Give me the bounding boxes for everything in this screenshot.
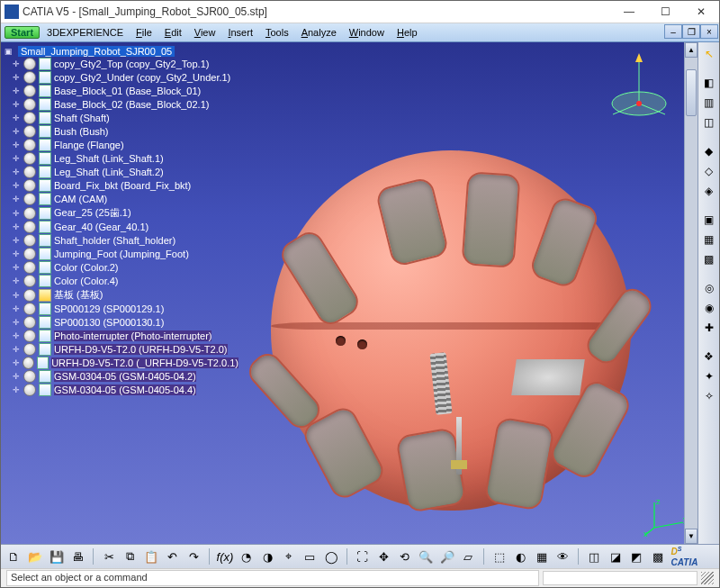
expander-icon[interactable]: ✛ bbox=[12, 127, 21, 136]
tree-item-label[interactable]: Board_Fix_bkt (Board_Fix_bkt) bbox=[54, 180, 191, 191]
tool-icon-7[interactable]: ▣ bbox=[701, 212, 717, 228]
tree-item[interactable]: ✛Jumping_Foot (Jumping_Foot) bbox=[4, 248, 238, 260]
expander-icon[interactable]: ✛ bbox=[12, 385, 21, 394]
tool-b1[interactable]: ◔ bbox=[238, 548, 255, 565]
expander-icon[interactable]: ✛ bbox=[12, 86, 21, 95]
expander-icon[interactable]: ✛ bbox=[12, 249, 21, 258]
tool-icon-11[interactable]: ◉ bbox=[701, 300, 717, 316]
tool-icon-13[interactable]: ❖ bbox=[701, 348, 717, 365]
tree-item-label[interactable]: 基板 (基板) bbox=[54, 288, 103, 302]
normal-view-icon[interactable]: ▱ bbox=[461, 548, 477, 565]
menu-analyze[interactable]: Analyze bbox=[296, 26, 342, 39]
tree-item[interactable]: ✛Leg_Shaft (Link_Shaft.2) bbox=[4, 166, 238, 178]
tool-b10[interactable]: ◫ bbox=[586, 548, 602, 565]
cut-icon[interactable]: ✂ bbox=[101, 548, 117, 565]
3d-model[interactable] bbox=[271, 150, 631, 511]
tree-item[interactable]: ✛CAM (CAM) bbox=[4, 193, 238, 205]
tree-item[interactable]: ✛GSM-0304-05 (GSM-0405-04.2) bbox=[4, 370, 238, 383]
maximize-button[interactable]: ☐ bbox=[647, 1, 683, 23]
menu-tools[interactable]: Tools bbox=[260, 26, 294, 39]
expander-icon[interactable]: ✛ bbox=[12, 181, 21, 190]
tree-item-label[interactable]: Flange (Flange) bbox=[54, 140, 124, 150]
viewport-scrollbar[interactable]: ▲ ▼ bbox=[684, 42, 698, 544]
tree-item[interactable]: ✛URFH-D9-V5-T2.0 (URFH-D9-V5-T2.0) bbox=[4, 343, 238, 356]
expander-icon[interactable]: ✛ bbox=[12, 222, 21, 231]
tree-item-label[interactable]: SP000130 (SP000130.1) bbox=[54, 317, 164, 328]
expander-icon[interactable]: ✛ bbox=[12, 167, 21, 176]
tree-item-label[interactable]: Leg_Shaft (Link_Shaft.1) bbox=[54, 153, 164, 164]
tree-item[interactable]: ✛Photo-interrupter (Photo-interrupter) bbox=[4, 330, 238, 342]
tree-item-label[interactable]: Photo-interrupter (Photo-interrupter) bbox=[54, 330, 212, 341]
tree-item[interactable]: ✛Board_Fix_bkt (Board_Fix_bkt) bbox=[4, 179, 238, 192]
tree-item-label[interactable]: URFH-D9-V5-T2.0 (URFH-D9-V5-T2.0) bbox=[54, 344, 228, 355]
menu-help[interactable]: Help bbox=[392, 26, 423, 39]
iso-view-icon[interactable]: ⬚ bbox=[491, 548, 508, 565]
menu-insert[interactable]: Insert bbox=[222, 26, 258, 39]
tree-item[interactable]: ✛Bush (Bush) bbox=[4, 125, 238, 138]
hide-show-icon[interactable]: 👁 bbox=[555, 548, 572, 565]
tree-item[interactable]: ✛Shaft (Shaft) bbox=[4, 112, 238, 124]
tree-item-label[interactable]: Gear_25 (25歯.1) bbox=[54, 206, 131, 220]
view-compass[interactable] bbox=[606, 51, 672, 125]
expander-icon[interactable]: ✛ bbox=[12, 236, 21, 245]
expander-icon[interactable]: ✛ bbox=[12, 372, 21, 381]
scroll-thumb[interactable] bbox=[686, 69, 697, 116]
scroll-down-button[interactable]: ▼ bbox=[685, 529, 698, 544]
tree-item-label[interactable]: Color (Color.2) bbox=[54, 262, 119, 273]
shading-icon[interactable]: ◐ bbox=[513, 548, 529, 565]
tool-icon-14[interactable]: ✦ bbox=[701, 368, 717, 384]
tree-item[interactable]: ✛copy_Gty2_Top (copy_Gty2_Top.1) bbox=[4, 58, 238, 70]
menu-window[interactable]: Window bbox=[344, 26, 390, 39]
tree-item-label[interactable]: Base_Block_02 (Base_Block_02.1) bbox=[54, 99, 209, 110]
tool-b12[interactable]: ◩ bbox=[628, 548, 644, 565]
menu-file[interactable]: File bbox=[130, 26, 158, 39]
spec-tree[interactable]: ▣ Small_Jumping_Robot_SJR00_05 ✛copy_Gty… bbox=[4, 46, 238, 538]
tree-item-label[interactable]: GSM-0304-05 (GSM-0405-04.4) bbox=[54, 384, 196, 395]
tree-item[interactable]: ✛GSM-0304-05 (GSM-0405-04.4) bbox=[4, 384, 238, 396]
expander-icon[interactable]: ✛ bbox=[12, 194, 21, 204]
tree-item[interactable]: ✛Color (Color.4) bbox=[4, 275, 238, 287]
tree-item-label[interactable]: CAM (CAM) bbox=[54, 194, 107, 204]
paste-icon[interactable]: 📋 bbox=[143, 548, 159, 565]
undo-icon[interactable]: ↶ bbox=[165, 548, 181, 565]
tool-icon-12[interactable]: ✚ bbox=[701, 320, 717, 336]
fit-all-icon[interactable]: ⛶ bbox=[355, 548, 371, 565]
tree-item[interactable]: ✛Gear_25 (25歯.1) bbox=[4, 206, 238, 220]
tool-icon-5[interactable]: ◇ bbox=[701, 163, 717, 179]
tree-item[interactable]: ✛Color (Color.2) bbox=[4, 261, 238, 274]
tree-item-label[interactable]: Color (Color.4) bbox=[54, 276, 119, 286]
tree-item[interactable]: ✛Shaft_holder (Shaft_holder) bbox=[4, 234, 238, 247]
expander-icon[interactable]: ✛ bbox=[12, 276, 21, 285]
tree-item[interactable]: ✛基板 (基板) bbox=[4, 288, 238, 302]
mdi-close-button[interactable]: × bbox=[700, 24, 718, 39]
tree-item-label[interactable]: Bush (Bush) bbox=[54, 126, 109, 137]
copy-icon[interactable]: ⧉ bbox=[122, 548, 139, 565]
tool-b4[interactable]: ▭ bbox=[302, 548, 319, 565]
tree-item-label[interactable]: URFH-D9-V5-T2.0 (_URFH-D9-V5-T2.0.1) bbox=[51, 357, 238, 368]
zoom-out-icon[interactable]: 🔎 bbox=[439, 548, 455, 565]
tree-item[interactable]: ✛Leg_Shaft (Link_Shaft.1) bbox=[4, 152, 238, 165]
tree-item-label[interactable]: Jumping_Foot (Jumping_Foot) bbox=[54, 249, 189, 259]
minimize-button[interactable]: — bbox=[611, 1, 647, 23]
mdi-restore-button[interactable]: ❐ bbox=[682, 24, 700, 39]
3d-viewport[interactable]: ▣ Small_Jumping_Robot_SJR00_05 ✛copy_Gty… bbox=[1, 42, 698, 544]
select-arrow-icon[interactable]: ↖ bbox=[701, 46, 717, 62]
tree-item-label[interactable]: copy_Gty2_Under (copy_Gty2_Under.1) bbox=[54, 72, 230, 83]
expander-icon[interactable]: ✛ bbox=[12, 331, 21, 340]
pan-icon[interactable]: ✥ bbox=[375, 548, 392, 565]
print-icon[interactable]: 🖶 bbox=[70, 548, 86, 565]
tree-item[interactable]: ✛copy_Gty2_Under (copy_Gty2_Under.1) bbox=[4, 71, 238, 84]
tree-item-label[interactable]: Shaft (Shaft) bbox=[54, 113, 110, 123]
redo-icon[interactable]: ↷ bbox=[185, 548, 202, 565]
tool-b5[interactable]: ◯ bbox=[323, 548, 339, 565]
expander-icon[interactable]: ✛ bbox=[12, 73, 21, 82]
rotate-icon[interactable]: ⟲ bbox=[397, 548, 413, 565]
expander-icon[interactable]: ✛ bbox=[12, 154, 21, 163]
tool-b3[interactable]: ⌖ bbox=[281, 548, 297, 565]
axis-triad[interactable]: z y x bbox=[644, 497, 688, 537]
expander-icon[interactable]: ✛ bbox=[12, 59, 21, 68]
tool-icon-2[interactable]: ▥ bbox=[701, 95, 717, 111]
save-icon[interactable]: 💾 bbox=[49, 548, 65, 565]
tool-b2[interactable]: ◑ bbox=[260, 548, 276, 565]
scroll-up-button[interactable]: ▲ bbox=[685, 42, 698, 58]
